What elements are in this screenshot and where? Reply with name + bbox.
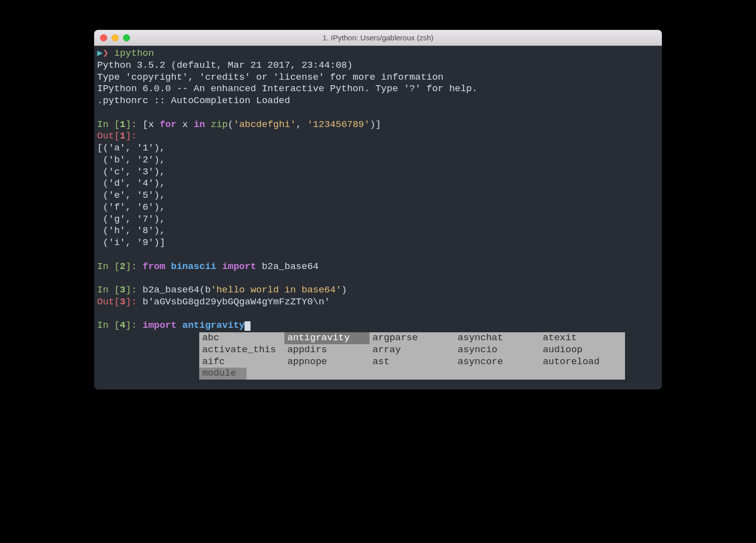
autocomplete-item[interactable]: aifc <box>199 356 284 368</box>
autocomplete-item[interactable]: array <box>370 344 455 356</box>
prompt-angle-icon: ❯ <box>103 48 108 59</box>
banner-line: IPython 6.0.0 -- An enhanced Interactive… <box>97 83 659 95</box>
autocomplete-statusbar: module <box>199 368 625 380</box>
autocomplete-item[interactable]: abc <box>199 332 284 344</box>
in-prompt-4: In [4]: import antigravity <box>97 320 659 332</box>
prompt-arrow-icon: ▶ <box>97 48 103 59</box>
output-line: ('b', '2'), <box>97 154 659 166</box>
blank-line <box>97 107 659 119</box>
out-prompt-1: Out[1]: <box>97 131 659 142</box>
blank-line <box>97 308 659 320</box>
autocomplete-item[interactable]: appdirs <box>284 344 370 356</box>
terminal-window: 1. IPython: Users/gableroux (zsh) ▶❯ ipy… <box>94 30 662 390</box>
output-line: ('c', '3'), <box>97 166 659 178</box>
output-line: ('f', '6'), <box>97 202 659 214</box>
autocomplete-item[interactable]: appnope <box>284 356 370 368</box>
cursor-icon <box>245 321 250 331</box>
autocomplete-item[interactable]: audioop <box>540 344 625 356</box>
autocomplete-item[interactable]: autoreload <box>540 356 625 368</box>
terminal-content[interactable]: ▶❯ ipython Python 3.5.2 (default, Mar 21… <box>94 46 662 390</box>
output-line: ('d', '4'), <box>97 178 659 190</box>
autocomplete-row: abc antigravity argparse asynchat atexit <box>199 332 625 344</box>
banner-line: Type 'copyright', 'credits' or 'license'… <box>97 72 659 84</box>
window-titlebar: 1. IPython: Users/gableroux (zsh) <box>94 30 662 46</box>
in-prompt-1: In [1]: [x for x in zip('abcdefghi', '12… <box>97 119 659 131</box>
autocomplete-row: activate_this appdirs array asyncio audi… <box>199 344 625 356</box>
output-line: ('e', '5'), <box>97 190 659 202</box>
banner-line: .pythonrc :: AutoCompletion Loaded <box>97 95 659 107</box>
output-line: ('h', '8'), <box>97 225 659 237</box>
shell-command: ipython <box>114 48 154 59</box>
blank-line <box>97 249 659 261</box>
output-line: ('i', '9')] <box>97 237 659 249</box>
in-prompt-2: In [2]: from binascii import b2a_base64 <box>97 261 659 273</box>
out-prompt-3: Out[3]: b'aGVsbG8gd29ybGQgaW4gYmFzZTY0\n… <box>97 296 659 308</box>
autocomplete-item[interactable]: activate_this <box>199 344 284 356</box>
output-line: [('a', '1'), <box>97 142 659 154</box>
autocomplete-item-selected[interactable]: antigravity <box>284 332 370 344</box>
autocomplete-item[interactable]: argparse <box>370 332 455 344</box>
autocomplete-status: module <box>199 368 247 380</box>
in-prompt-3: In [3]: b2a_base64(b'hello world in base… <box>97 284 659 296</box>
shell-prompt-line: ▶❯ ipython <box>97 48 659 60</box>
window-title: 1. IPython: Users/gableroux (zsh) <box>94 33 662 42</box>
autocomplete-row: aifc appnope ast asyncore autoreload <box>199 356 625 368</box>
autocomplete-item[interactable]: asyncore <box>455 356 540 368</box>
autocomplete-item[interactable]: ast <box>370 356 455 368</box>
banner-line: Python 3.5.2 (default, Mar 21 2017, 23:4… <box>97 60 659 72</box>
autocomplete-item[interactable]: atexit <box>540 332 625 344</box>
autocomplete-item[interactable]: asynchat <box>455 332 540 344</box>
blank-line <box>97 272 659 284</box>
autocomplete-item[interactable]: asyncio <box>455 344 540 356</box>
autocomplete-popup[interactable]: abc antigravity argparse asynchat atexit… <box>199 332 625 380</box>
autocomplete-wrapper: abc antigravity argparse asynchat atexit… <box>97 332 659 380</box>
output-line: ('g', '7'), <box>97 214 659 226</box>
